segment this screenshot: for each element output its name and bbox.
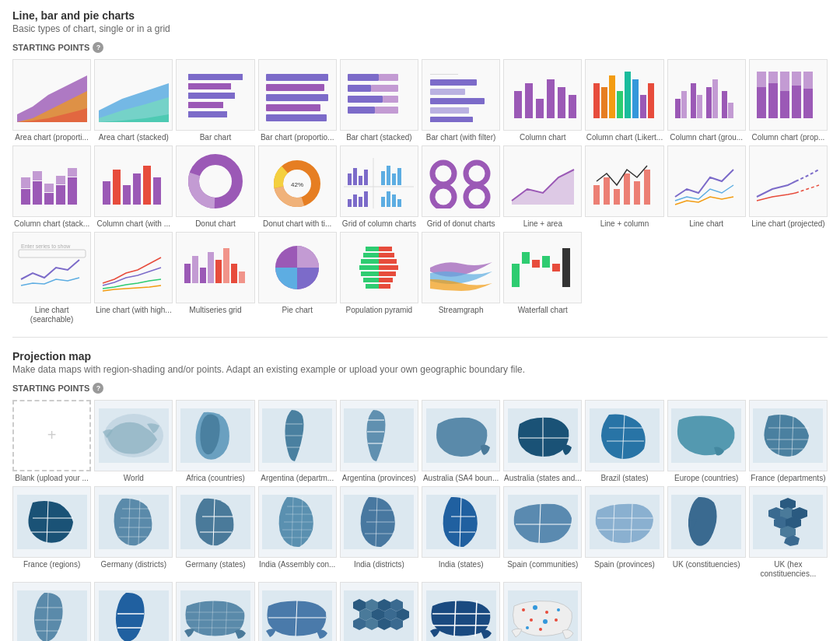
chart-item-line-searchable[interactable]: Enter series to show Line chart (searcha… bbox=[12, 232, 91, 324]
chart-item-column-with[interactable]: Column chart (with ... bbox=[94, 145, 173, 229]
charts-starting-label: STARTING POINTS ? bbox=[12, 42, 828, 53]
chart-item-line-chart[interactable]: Line chart bbox=[667, 145, 746, 229]
map-item-argentina-dept[interactable]: Argentina (departm... bbox=[258, 400, 337, 483]
chart-item-column-likert[interactable]: Column chart (Likert... bbox=[585, 59, 663, 142]
chart-item-donut-chart[interactable]: Donut chart bbox=[176, 145, 254, 229]
chart-item-bar-filter[interactable]: —————— Bar chart (with filter) bbox=[422, 59, 500, 142]
map-item-us-states[interactable]: US (states) bbox=[422, 582, 500, 641]
map-item-argentina-prov[interactable]: Argentina (provinces) bbox=[340, 400, 418, 483]
map-thumb-uk-hex-const bbox=[749, 486, 828, 558]
map-item-uk-regions[interactable]: UK (regions) bbox=[94, 582, 173, 641]
chart-item-column-chart[interactable]: Column chart bbox=[503, 59, 582, 142]
map-item-india-assembly[interactable]: India (Assembly con... bbox=[258, 486, 337, 579]
chart-item-waterfall[interactable]: Waterfall chart bbox=[503, 232, 582, 324]
map-thumb-germany-states bbox=[176, 486, 254, 558]
map-item-world[interactable]: World bbox=[94, 400, 173, 483]
map-item-germany-dist[interactable]: Germany (districts) bbox=[94, 486, 173, 579]
chart-item-bar-chart[interactable]: Bar chart bbox=[176, 59, 254, 142]
svg-rect-66 bbox=[44, 193, 54, 205]
map-item-us-swing[interactable]: US (swing arrow map) bbox=[503, 582, 582, 641]
map-item-india-states[interactable]: India (states) bbox=[422, 486, 500, 579]
chart-item-column-prop[interactable]: Column chart (prop... bbox=[749, 59, 828, 142]
map-item-brazil[interactable]: Brazil (states) bbox=[585, 400, 663, 483]
svg-rect-40 bbox=[625, 72, 631, 118]
map-thumb-argentina-dept bbox=[258, 400, 337, 471]
map-item-us-electoral[interactable]: US (electoral college... bbox=[258, 582, 337, 641]
map-label-france-dept: France (departments) bbox=[749, 474, 828, 483]
chart-item-grid-donut[interactable]: Grid of donut charts bbox=[422, 145, 500, 229]
svg-point-80 bbox=[205, 170, 226, 192]
map-item-europe[interactable]: Europe (countries) bbox=[667, 400, 746, 483]
svg-rect-12 bbox=[266, 84, 324, 91]
chart-thumb-grid-donut bbox=[422, 145, 500, 217]
map-item-australia-sa4[interactable]: Australia (SA4 boun... bbox=[422, 400, 500, 483]
chart-item-line-high[interactable]: Line chart (with high... bbox=[94, 232, 173, 324]
chart-item-bar-proportional[interactable]: Bar chart (proportio... bbox=[258, 59, 337, 142]
chart-item-pie-chart[interactable]: Pie chart bbox=[258, 232, 337, 324]
map-item-germany-states[interactable]: Germany (states) bbox=[176, 486, 254, 579]
chart-item-bar-stacked[interactable]: Bar chart (stacked) bbox=[340, 59, 418, 142]
chart-item-line-area[interactable]: Line + area bbox=[503, 145, 582, 229]
svg-rect-136 bbox=[366, 284, 379, 289]
map-item-france-dept[interactable]: France (departments) bbox=[749, 400, 828, 483]
chart-thumb-bar-filter: —————— bbox=[422, 59, 500, 131]
map-item-spain-provinces[interactable]: Spain (provinces) bbox=[585, 486, 663, 579]
svg-rect-47 bbox=[697, 95, 702, 118]
chart-item-area-stacked[interactable]: Area chart (stacked) bbox=[94, 59, 173, 142]
svg-point-269 bbox=[555, 618, 558, 622]
chart-item-streamgraph[interactable]: Streamgraph bbox=[422, 232, 500, 324]
chart-item-donut-title[interactable]: 42% Donut chart with ti... bbox=[258, 145, 337, 229]
maps-help-icon[interactable]: ? bbox=[93, 383, 103, 394]
map-thumb-spain-communities bbox=[503, 486, 582, 558]
chart-item-line-projected[interactable]: Line chart (projected) bbox=[749, 145, 828, 229]
chart-label-bar-filter: Bar chart (with filter) bbox=[422, 133, 500, 142]
svg-rect-65 bbox=[33, 171, 42, 180]
svg-rect-74 bbox=[123, 185, 131, 205]
svg-text:——————: —————— bbox=[430, 72, 458, 76]
chart-thumb-bar-proportional bbox=[258, 59, 337, 131]
map-item-australia-states[interactable]: Australia (states and... bbox=[503, 400, 582, 483]
maps-starting-label: STARTING POINTS ? bbox=[12, 383, 828, 394]
map-item-spain-communities[interactable]: Spain (communities) bbox=[503, 486, 582, 579]
svg-rect-100 bbox=[392, 194, 396, 207]
map-item-blank[interactable]: + Blank (upload your ... bbox=[12, 400, 91, 483]
map-item-france-regions[interactable]: France (regions) bbox=[12, 486, 91, 579]
chart-item-column-stack[interactable]: Column chart (stack... bbox=[12, 145, 91, 229]
charts-help-icon[interactable]: ? bbox=[93, 42, 103, 53]
svg-point-267 bbox=[530, 618, 533, 622]
svg-rect-70 bbox=[68, 177, 77, 205]
svg-rect-11 bbox=[266, 74, 328, 81]
chart-item-population[interactable]: Population pyramid bbox=[340, 232, 418, 324]
map-item-uk-const[interactable]: UK (constituencies) bbox=[667, 486, 746, 579]
svg-rect-87 bbox=[353, 168, 357, 185]
map-item-uk-hex-const[interactable]: UK (hex constituencies... bbox=[749, 486, 828, 579]
chart-item-grid-column[interactable]: Grid of column charts bbox=[340, 145, 418, 229]
chart-item-line-column[interactable]: Line + column bbox=[585, 145, 663, 229]
svg-rect-67 bbox=[44, 184, 54, 192]
map-label-brazil: Brazil (states) bbox=[585, 474, 663, 483]
svg-rect-18 bbox=[348, 85, 371, 92]
svg-point-109 bbox=[438, 191, 449, 202]
svg-rect-29 bbox=[430, 117, 473, 122]
chart-item-column-group[interactable]: Column chart (grou... bbox=[667, 59, 746, 142]
chart-item-area-proportional[interactable]: Area chart (proporti... bbox=[12, 59, 91, 142]
chart-label-area-stacked: Area chart (stacked) bbox=[94, 133, 173, 142]
svg-point-270 bbox=[526, 626, 529, 629]
map-item-us-counties[interactable]: US (counties) bbox=[176, 582, 254, 641]
chart-label-grid-column: Grid of column charts bbox=[340, 219, 418, 229]
map-item-us-hex[interactable]: US (hex states) bbox=[340, 582, 418, 641]
svg-rect-123 bbox=[200, 268, 206, 283]
map-item-uk-local[interactable]: UK (local authorities) bbox=[12, 582, 91, 641]
svg-rect-90 bbox=[381, 171, 385, 185]
chart-thumb-donut-chart bbox=[176, 145, 254, 217]
svg-rect-99 bbox=[387, 191, 390, 207]
map-label-argentina-dept: Argentina (departm... bbox=[258, 474, 337, 483]
svg-point-268 bbox=[543, 619, 548, 624]
map-item-india-districts[interactable]: India (districts) bbox=[340, 486, 418, 579]
map-item-africa[interactable]: Africa (countries) bbox=[176, 400, 254, 483]
svg-rect-73 bbox=[113, 170, 121, 205]
chart-label-pie-chart: Pie chart bbox=[258, 306, 337, 315]
chart-item-multiseries[interactable]: Multiseries grid bbox=[176, 232, 254, 324]
map-thumb-argentina-prov bbox=[340, 400, 418, 471]
svg-rect-143 bbox=[379, 284, 390, 289]
